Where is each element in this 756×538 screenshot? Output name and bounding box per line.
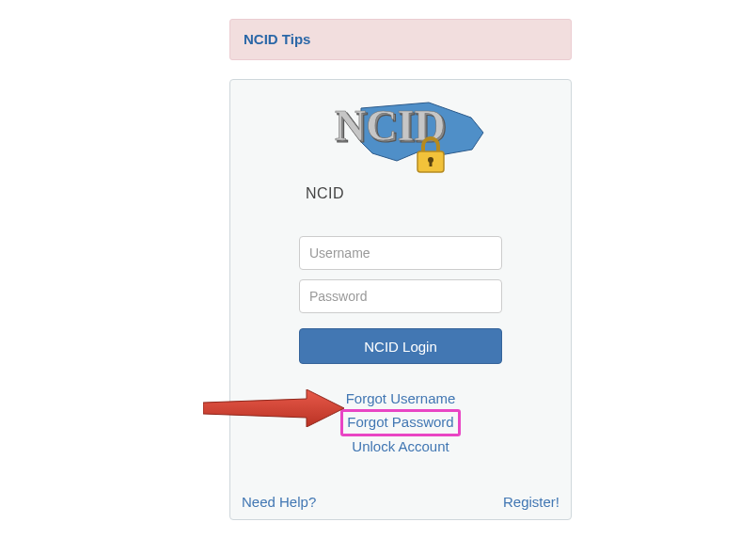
svg-rect-4 [430,160,433,166]
login-panel: NCID NCID NCID NCID Login Forgot Usernam… [229,79,572,520]
ncid-tips-link[interactable]: NCID Tips [244,31,310,47]
username-input[interactable] [299,236,502,270]
forgot-password-highlight: Forgot Password [340,409,460,436]
ncid-logo-icon: NCID NCID [307,93,495,183]
unlock-account-link[interactable]: Unlock Account [352,436,449,457]
forgot-password-link[interactable]: Forgot Password [347,412,453,433]
recovery-links: Forgot Username Forgot Password Unlock A… [236,388,565,456]
password-input[interactable] [299,279,502,313]
logo: NCID NCID NCID [236,93,565,202]
panel-footer-links: Need Help? Register! [236,494,565,512]
login-form: NCID Login [299,236,502,364]
register-link[interactable]: Register! [503,494,559,510]
svg-text:NCID: NCID [335,102,446,150]
logo-subtitle: NCID [306,185,565,202]
forgot-username-link[interactable]: Forgot Username [346,388,456,409]
login-button[interactable]: NCID Login [299,328,502,364]
tips-banner: NCID Tips [229,19,572,60]
need-help-link[interactable]: Need Help? [242,494,316,510]
